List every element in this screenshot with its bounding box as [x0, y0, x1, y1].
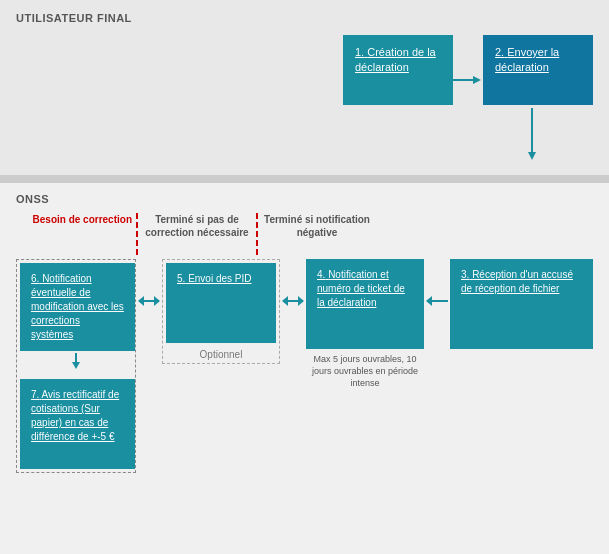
arrow-down-from-box2 [525, 108, 539, 165]
svg-marker-5 [72, 362, 80, 369]
hint3-text: Terminé si notification négative [258, 213, 376, 239]
left-arrow-icon [426, 291, 448, 311]
arrow-1-to-2 [453, 73, 483, 87]
hint1-text: Besoin de correction [33, 213, 136, 226]
down-arrow-small-icon [69, 353, 83, 371]
box-3-text: Réception d'un accusé de réception de fi… [461, 269, 573, 294]
max-days-label: Max 5 jours ouvrables, 10 jours ouvrable… [306, 353, 424, 389]
box-3[interactable]: 3. Réception d'un accusé de réception de… [450, 259, 593, 349]
box-7-text: Avis rectificatif de cotisations (Sur pa… [31, 389, 119, 442]
hint2-text: Terminé si pas de correction nécessaire [138, 213, 256, 239]
box-1[interactable]: 1. Création de la déclaration [343, 35, 453, 105]
col4: 3. Réception d'un accusé de réception de… [450, 259, 593, 349]
box-5[interactable]: 5. Envoi des PID [166, 263, 276, 343]
col2: 5. Envoi des PID Optionnel [162, 259, 280, 364]
svg-marker-8 [154, 296, 160, 306]
top-boxes-area: 1. Création de la déclaration 2. Envoyer… [343, 35, 593, 105]
hint-labels-row: Besoin de correction Terminé si pas de c… [16, 213, 593, 255]
box-7-number: 7. [31, 389, 39, 400]
box-1-text: Création de la déclaration [355, 46, 436, 73]
col3: 4. Notification et numéro de ticket de l… [306, 259, 424, 389]
optional-label: Optionnel [166, 349, 276, 360]
box-3-number: 3. [461, 269, 469, 280]
svg-marker-3 [528, 152, 536, 160]
arrow-col3-col4 [426, 259, 448, 311]
box-2-text: Envoyer la déclaration [495, 46, 559, 73]
arrow-6-to-7 [20, 353, 132, 373]
bottom-section-label: ONSS [16, 193, 593, 205]
box-6-text: Notification éventuelle de modification … [31, 273, 124, 340]
box-2-number: 2. [495, 46, 504, 58]
bidirectional-arrow-icon [138, 291, 160, 311]
hint2-area: Terminé si pas de correction nécessaire [138, 213, 256, 239]
box-5-number: 5. [177, 273, 185, 284]
bottom-section: ONSS Besoin de correction Terminé si pas… [0, 183, 609, 554]
col2-dashed-box: 5. Envoi des PID Optionnel [162, 259, 280, 364]
box-4[interactable]: 4. Notification et numéro de ticket de l… [306, 259, 424, 349]
box-6-number: 6. [31, 273, 39, 284]
col1-dashed-box: 6. Notification éventuelle de modificati… [16, 259, 136, 473]
top-section: UTILISATEUR FINAL 1. Création de la décl… [0, 0, 609, 175]
arrow-col1-col2 [138, 259, 160, 311]
box-4-text: Notification et numéro de ticket de la d… [317, 269, 405, 308]
box-4-number: 4. [317, 269, 325, 280]
box-5-text: Envoi des PID [188, 273, 251, 284]
svg-marker-1 [473, 76, 481, 84]
box-2[interactable]: 2. Envoyer la déclaration [483, 35, 593, 105]
box-1-number: 1. [355, 46, 364, 58]
box-6[interactable]: 6. Notification éventuelle de modificati… [20, 263, 135, 351]
hint1-area: Besoin de correction [16, 213, 136, 226]
hint3-area: Terminé si notification négative [258, 213, 376, 239]
bidirectional-arrow-icon-2 [282, 291, 304, 311]
col1: 6. Notification éventuelle de modificati… [16, 259, 136, 473]
bottom-boxes-row: 6. Notification éventuelle de modificati… [16, 259, 593, 473]
top-section-label: UTILISATEUR FINAL [16, 12, 593, 24]
box-7[interactable]: 7. Avis rectificatif de cotisations (Sur… [20, 379, 135, 469]
svg-marker-11 [298, 296, 304, 306]
section-divider [0, 175, 609, 183]
arrow-col2-col3 [282, 259, 304, 311]
right-arrow-icon [453, 73, 483, 87]
down-arrow-icon [525, 108, 539, 163]
